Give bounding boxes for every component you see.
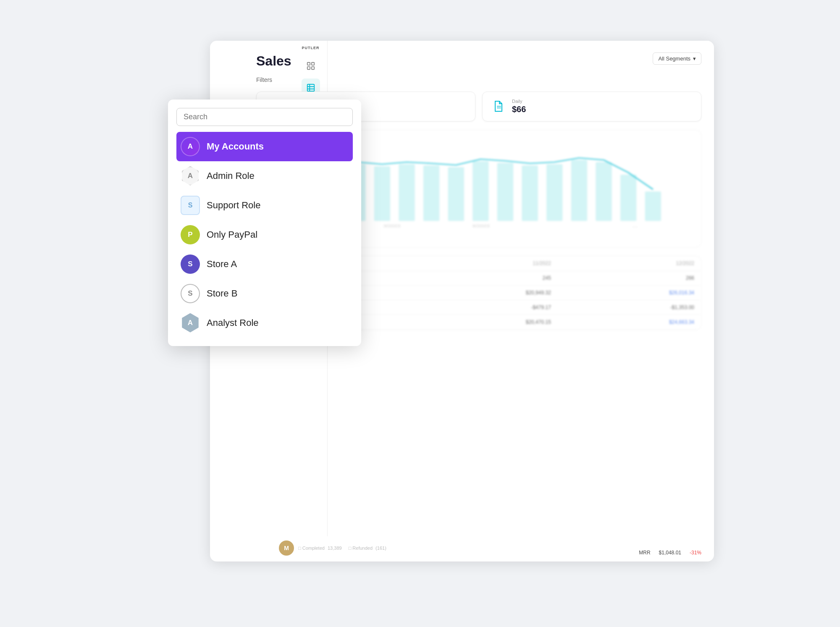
svg-rect-21 [399, 164, 415, 221]
svg-text:3/2023: 3/2023 [383, 224, 400, 228]
dropdown-item-my-accounts[interactable]: A My Accounts [176, 132, 353, 161]
svg-rect-28 [571, 160, 587, 221]
svg-rect-27 [546, 164, 562, 221]
dropdown-item-support-role[interactable]: S Support Role [176, 191, 353, 220]
status-refunded: □ Refunded (161) [349, 546, 386, 551]
metric-daily: Daily $66 [482, 92, 701, 121]
dropdown-label-store-a: Store A [207, 259, 237, 270]
avatar-support: S [181, 196, 200, 215]
svg-text:6/2023: 6/2023 [472, 224, 489, 228]
svg-rect-26 [522, 165, 538, 221]
status-completed: □ Completed 13,389 [298, 546, 342, 551]
svg-rect-24 [472, 161, 488, 221]
svg-rect-25 [497, 163, 513, 221]
dropdown-item-store-b[interactable]: S Store B [176, 279, 353, 308]
svg-rect-20 [374, 166, 390, 221]
mrr-row: MRR $1,048.01 -31% [639, 550, 701, 556]
account-dropdown: A My Accounts A Admin Role S Support Rol… [168, 100, 361, 346]
dropdown-label-store-b: Store B [207, 288, 237, 299]
svg-rect-31 [645, 192, 661, 221]
svg-rect-29 [596, 162, 612, 221]
avatar-store-a: S [181, 254, 200, 274]
status-row: □ Completed 13,389 □ Refunded (161) [298, 546, 386, 551]
metric-daily-info: Daily $66 [512, 99, 526, 114]
avatar-admin: A [181, 166, 200, 186]
svg-rect-22 [423, 165, 439, 221]
svg-rect-23 [448, 167, 464, 221]
svg-rect-30 [620, 175, 636, 221]
page-title: Sales [256, 53, 291, 69]
dropdown-label-only-paypal: Only PayPal [207, 229, 257, 240]
avatar-store-b: S [181, 284, 200, 303]
svg-text:...: ... [633, 224, 637, 228]
dropdown-label-my-accounts: My Accounts [207, 141, 264, 152]
user-avatar: M [279, 540, 294, 556]
document-icon [491, 99, 506, 114]
dropdown-label-analyst-role: Analyst Role [207, 317, 259, 328]
dropdown-item-store-a[interactable]: S Store A [176, 249, 353, 279]
bottom-bar: M □ Completed 13,389 □ Refunded (161) [279, 540, 386, 556]
avatar-my-accounts: A [181, 137, 200, 156]
filters-bar: Filters [256, 76, 701, 83]
dropdown-item-analyst-role[interactable]: A Analyst Role [176, 308, 353, 338]
search-wrapper[interactable] [176, 108, 353, 126]
dropdown-label-support-role: Support Role [207, 200, 260, 211]
all-segments-button[interactable]: All Segments ▾ [653, 52, 701, 65]
dropdown-item-admin-role[interactable]: A Admin Role [176, 161, 353, 191]
search-input[interactable] [184, 113, 346, 121]
dropdown-item-only-paypal[interactable]: P Only PayPal [176, 220, 353, 249]
avatar-paypal: P [181, 225, 200, 244]
dropdown-label-admin-role: Admin Role [207, 171, 255, 181]
avatar-analyst: A [181, 313, 200, 333]
